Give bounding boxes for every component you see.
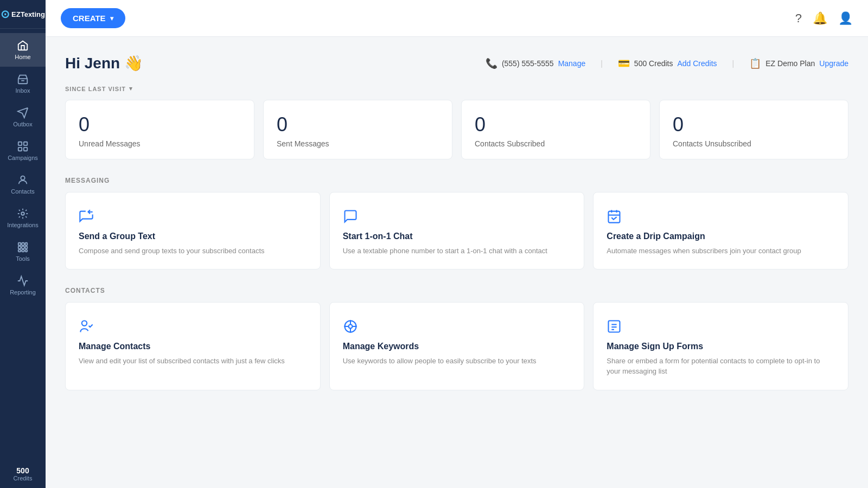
manage-keywords-icon — [343, 318, 571, 334]
svg-rect-9 — [25, 243, 28, 246]
sidebar-item-outbox-label: Outbox — [13, 121, 32, 127]
create-button[interactable]: CREATE ▾ — [61, 8, 125, 28]
add-credits-link[interactable]: Add Credits — [677, 59, 717, 68]
svg-rect-13 — [18, 250, 21, 252]
home-icon — [17, 40, 29, 52]
stat-unread-label: Unread Messages — [79, 139, 241, 148]
account-icon[interactable]: 👤 — [838, 11, 853, 25]
create-label: CREATE — [73, 14, 106, 23]
credits-meta: 💳 500 Credits Add Credits — [618, 57, 717, 69]
svg-rect-3 — [18, 147, 22, 151]
stat-sent-label: Sent Messages — [277, 139, 439, 148]
svg-point-22 — [348, 324, 352, 328]
stat-sent-number: 0 — [277, 113, 439, 136]
svg-rect-4 — [24, 147, 27, 151]
main-content: Hi Jenn 👋 📞 (555) 555-5555 Manage | 💳 50… — [46, 37, 868, 488]
svg-rect-11 — [22, 246, 24, 249]
manage-link[interactable]: Manage — [558, 59, 586, 68]
sidebar-item-inbox-label: Inbox — [16, 87, 30, 94]
group-text-desc: Compose and send group texts to your sub… — [79, 246, 307, 256]
svg-rect-8 — [22, 243, 24, 246]
drip-desc: Automate messages when subscribers join … — [607, 246, 835, 256]
since-last-visit-text: SINCE LAST VISIT — [65, 86, 126, 92]
greeting-text: Hi Jenn — [65, 55, 120, 72]
sidebar-item-contacts[interactable]: Contacts — [0, 168, 46, 201]
svg-rect-10 — [18, 246, 21, 249]
stats-grid: 0 Unread Messages 0 Sent Messages 0 Cont… — [65, 100, 848, 159]
chat-icon — [343, 208, 571, 224]
svg-point-5 — [21, 176, 24, 180]
notifications-icon[interactable]: 🔔 — [813, 11, 827, 25]
drip-card[interactable]: Create a Drip Campaign Automate messages… — [593, 192, 848, 269]
phone-meta: 📞 (555) 555-5555 Manage — [486, 57, 585, 69]
svg-rect-1 — [18, 142, 22, 145]
sidebar-item-home-label: Home — [15, 54, 30, 60]
tools-icon — [17, 241, 29, 253]
sidebar-item-integrations[interactable]: Integrations — [0, 201, 46, 235]
header-meta: 📞 (555) 555-5555 Manage | 💳 500 Credits … — [486, 57, 848, 69]
chat-card[interactable]: Start 1-on-1 Chat Use a textable phone n… — [329, 192, 585, 269]
stat-unread-number: 0 — [79, 113, 241, 136]
sidebar-credits-label: Credits — [14, 475, 33, 481]
drip-icon — [607, 208, 835, 224]
stat-card-sent: 0 Sent Messages — [263, 100, 452, 159]
meta-divider-1: | — [601, 59, 603, 68]
campaigns-icon — [17, 140, 29, 152]
sidebar-item-integrations-label: Integrations — [7, 222, 38, 228]
plan-name: EZ Demo Plan — [765, 59, 815, 68]
chat-title: Start 1-on-1 Chat — [343, 232, 571, 241]
since-last-visit-label[interactable]: SINCE LAST VISIT ▾ — [65, 85, 848, 92]
drip-title: Create a Drip Campaign — [607, 232, 835, 241]
phone-icon: 📞 — [486, 57, 497, 69]
manage-contacts-title: Manage Contacts — [79, 342, 307, 351]
upgrade-link[interactable]: Upgrade — [819, 59, 848, 68]
svg-point-6 — [21, 212, 24, 215]
plan-meta: 📋 EZ Demo Plan Upgrade — [749, 57, 848, 69]
sidebar-item-contacts-label: Contacts — [11, 188, 34, 195]
messaging-section-title: MESSAGING — [65, 177, 848, 184]
sidebar-item-tools[interactable]: Tools — [0, 235, 46, 268]
sidebar-item-reporting-label: Reporting — [10, 289, 36, 296]
manage-keywords-desc: Use keywords to allow people to easily s… — [343, 356, 571, 367]
group-text-icon — [79, 208, 307, 224]
sidebar-logo: ⊙ EZTexting — [0, 0, 46, 29]
logo-text: EZTexting — [11, 10, 45, 18]
greeting-emoji: 👋 — [124, 54, 143, 72]
meta-divider-2: | — [732, 59, 735, 68]
sidebar-item-inbox[interactable]: Inbox — [0, 67, 46, 100]
outbox-icon — [17, 107, 29, 119]
manage-contacts-desc: View and edit your list of subscribed co… — [79, 356, 307, 367]
help-icon[interactable]: ? — [795, 11, 802, 25]
signup-forms-card[interactable]: Manage Sign Up Forms Share or embed a fo… — [593, 302, 848, 390]
chat-desc: Use a textable phone number to start a 1… — [343, 246, 571, 256]
inbox-icon — [17, 73, 29, 85]
sidebar-item-home[interactable]: Home — [0, 33, 46, 67]
manage-contacts-icon — [79, 318, 307, 334]
sidebar: ⊙ EZTexting Home Inbox Outbox Campaigns … — [0, 0, 46, 488]
chevron-down-icon-2: ▾ — [129, 85, 133, 92]
sidebar-item-reporting[interactable]: Reporting — [0, 268, 46, 302]
reporting-icon — [17, 275, 29, 287]
phone-number: (555) 555-5555 — [502, 59, 554, 68]
contacts-icon — [17, 174, 29, 186]
stat-unsubscribed-number: 0 — [673, 113, 835, 136]
send-group-text-card[interactable]: Send a Group Text Compose and send group… — [65, 192, 321, 269]
chevron-down-icon: ▾ — [110, 15, 113, 22]
sidebar-item-outbox[interactable]: Outbox — [0, 100, 46, 134]
sidebar-item-campaigns[interactable]: Campaigns — [0, 134, 46, 168]
signup-forms-title: Manage Sign Up Forms — [607, 342, 835, 351]
sidebar-credits-count: 500 — [14, 466, 33, 475]
plan-icon: 📋 — [749, 57, 761, 69]
manage-contacts-card[interactable]: Manage Contacts View and edit your list … — [65, 302, 321, 390]
manage-keywords-card[interactable]: Manage Keywords Use keywords to allow pe… — [329, 302, 585, 390]
svg-rect-15 — [25, 250, 28, 252]
svg-rect-14 — [22, 250, 24, 252]
stat-subscribed-number: 0 — [475, 113, 637, 136]
group-text-title: Send a Group Text — [79, 232, 307, 241]
svg-rect-27 — [609, 320, 620, 332]
stat-card-unsubscribed: 0 Contacts Unsubscribed — [659, 100, 848, 159]
signup-forms-icon — [607, 318, 835, 334]
svg-rect-2 — [24, 142, 27, 145]
manage-keywords-title: Manage Keywords — [343, 342, 571, 351]
sidebar-item-tools-label: Tools — [16, 255, 30, 262]
